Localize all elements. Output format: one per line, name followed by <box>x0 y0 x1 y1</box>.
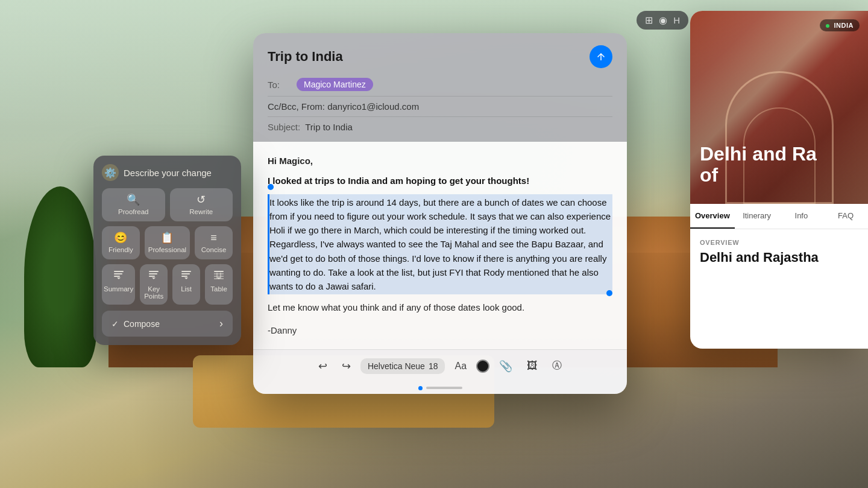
summary-label: Summary <box>104 285 133 293</box>
selection-handle-bottom <box>606 290 612 296</box>
email-selected-text: It looks like the trip is around 14 days… <box>268 194 612 295</box>
image-button[interactable]: 🖼 <box>522 356 542 376</box>
compose-check-icon: ✓ <box>112 319 119 329</box>
indicator-dot-inactive <box>426 387 462 389</box>
compose-button[interactable]: ✓ Compose › <box>102 311 233 337</box>
friendly-label: Friendly <box>108 246 133 253</box>
svg-rect-0 <box>114 271 124 272</box>
compose-chevron-icon: › <box>219 317 223 330</box>
travel-panel: INDIA Delhi and Ra of Overview Itinerary… <box>690 11 868 349</box>
font-size: 18 <box>429 361 438 371</box>
svg-rect-1 <box>114 273 122 274</box>
font-selector[interactable]: Helvetica Neue 18 <box>360 358 445 374</box>
email-line1: I looked at trips to India and am hoping… <box>268 174 612 188</box>
font-name: Helvetica Neue <box>368 361 425 371</box>
svg-rect-5 <box>149 276 155 277</box>
nav-overview[interactable]: Overview <box>690 204 735 229</box>
svg-rect-4 <box>149 273 157 274</box>
send-button[interactable] <box>590 45 612 68</box>
gear-icon: ⚙️ <box>102 164 119 181</box>
email-body[interactable]: Hi Magico, I looked at trips to India an… <box>253 142 627 349</box>
top-bar: ⊞ ◉ H <box>637 11 688 30</box>
wt-header: ⚙️ Describe your change <box>102 164 233 181</box>
professional-label: Professional <box>148 246 186 253</box>
concise-button[interactable]: ≡ Concise <box>195 226 233 259</box>
email-toolbar: ↩ ↪ Helvetica Neue 18 Aa 📎 🖼 Ⓐ <box>253 349 627 382</box>
svg-rect-7 <box>181 273 190 274</box>
wt-row1: 🔍 Proofread ↺ Rewrite <box>102 188 233 221</box>
recipient-chip[interactable]: Magico Martinez <box>297 78 373 91</box>
top-bar-pill: ⊞ ◉ H <box>637 11 688 30</box>
text-size-button[interactable]: Aa <box>450 357 471 375</box>
email-greeting: Hi Magico, <box>268 154 612 168</box>
writing-tools-button[interactable]: Ⓐ <box>547 356 567 376</box>
rewrite-label: Rewrite <box>189 208 213 215</box>
send-icon <box>596 51 606 62</box>
online-dot <box>826 24 829 28</box>
wt-row2: 😊 Friendly 📋 Professional ≡ Concise <box>102 226 233 259</box>
color-picker[interactable] <box>476 360 489 373</box>
email-p2: Let me know what you think and if any of… <box>268 300 612 314</box>
nav-itinerary[interactable]: Itinerary <box>735 204 779 229</box>
selection-handle-top <box>268 184 274 190</box>
summary-icon <box>113 269 125 282</box>
hero-title-line2: of <box>700 165 858 186</box>
page-indicator <box>253 382 627 394</box>
divider-1 <box>268 96 612 97</box>
email-panel: Trip to India To: Magico Martinez Cc/Bcc… <box>253 33 627 394</box>
nav-faq[interactable]: FAQ <box>823 204 868 229</box>
svg-rect-9 <box>214 271 224 272</box>
undo-button[interactable]: ↩ <box>313 356 332 376</box>
professional-button[interactable]: 📋 Professional <box>145 226 190 259</box>
indicator-dot-active <box>418 386 423 390</box>
plant-decoration <box>24 186 96 367</box>
hero-title: Delhi and Ra of <box>700 144 858 186</box>
list-icon <box>180 269 192 282</box>
subject-value: Trip to India <box>305 122 353 132</box>
wt-header-text: Describe your change <box>124 168 212 178</box>
writing-tools-panel: ⚙️ Describe your change 🔍 Proofread ↺ Re… <box>93 156 241 345</box>
proofread-button[interactable]: 🔍 Proofread <box>102 188 165 221</box>
table-icon <box>213 269 225 282</box>
h-icon: H <box>673 15 680 25</box>
india-badge-text: INDIA <box>834 22 854 29</box>
email-to-field: To: Magico Martinez <box>268 78 612 91</box>
email-title: Trip to India <box>268 49 343 65</box>
concise-icon: ≡ <box>210 232 217 243</box>
attachment-button[interactable]: 📎 <box>494 356 517 376</box>
summary-button[interactable]: Summary <box>102 264 135 305</box>
list-label: List <box>181 285 192 293</box>
cc-value: Cc/Bcc, From: danyrico1@icloud.com <box>268 101 419 112</box>
concise-label: Concise <box>201 246 227 253</box>
friendly-button[interactable]: 😊 Friendly <box>102 226 140 259</box>
redo-button[interactable]: ↪ <box>337 356 356 376</box>
svg-rect-8 <box>181 276 187 277</box>
display-icon: ⊞ <box>645 14 653 26</box>
travel-hero: INDIA Delhi and Ra of <box>690 11 868 204</box>
rewrite-button[interactable]: ↺ Rewrite <box>170 188 233 221</box>
email-title-row: Trip to India <box>268 45 612 68</box>
proofread-label: Proofread <box>118 208 149 215</box>
travel-body: OVERVIEW Delhi and Rajastha <box>690 229 868 275</box>
keypoints-label: Key Points <box>142 285 166 300</box>
india-badge: INDIA <box>820 19 860 31</box>
keypoints-icon <box>148 269 160 282</box>
email-cc-field: Cc/Bcc, From: danyrico1@icloud.com <box>268 101 612 112</box>
friendly-icon: 😊 <box>114 232 127 243</box>
keypoints-button[interactable]: Key Points <box>140 264 168 305</box>
divider-2 <box>268 116 612 117</box>
travel-nav: Overview Itinerary Info FAQ <box>690 204 868 229</box>
list-button[interactable]: List <box>172 264 200 305</box>
nav-info[interactable]: Info <box>779 204 824 229</box>
svg-rect-3 <box>149 271 159 272</box>
rewrite-icon: ↺ <box>197 194 206 205</box>
table-button[interactable]: Table <box>205 264 233 305</box>
compose-left: ✓ Compose <box>112 319 160 329</box>
svg-rect-2 <box>114 276 120 277</box>
subject-label: Subject: <box>268 122 300 132</box>
wt-row3: Summary Key Points List Table <box>102 264 233 305</box>
overview-title: Delhi and Rajastha <box>700 250 858 265</box>
hero-title-line1: Delhi and Ra <box>700 144 858 165</box>
email-header: Trip to India To: Magico Martinez Cc/Bcc… <box>253 33 627 142</box>
compose-label: Compose <box>124 319 160 329</box>
